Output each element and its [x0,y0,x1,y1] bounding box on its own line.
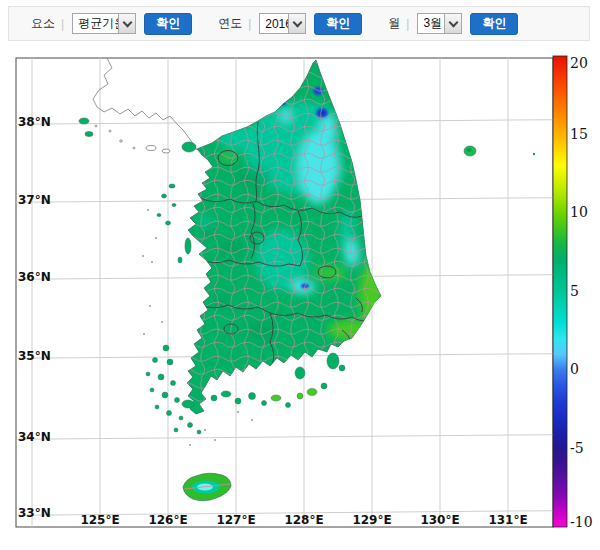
filter-toolbar: 요소 | 평균기온 확인 연도 | 2016 확인 월 | 3월 확인 [8,6,590,41]
lon-label: 129°E [352,513,391,527]
month-select[interactable]: 3월 [417,13,462,34]
year-label: 연도 [218,15,242,32]
chevron-down-icon [122,18,132,28]
month-label: 월 [388,15,400,32]
element-select-arrow[interactable] [118,14,135,33]
year-select-value: 2016 [260,17,288,31]
element-label: 요소 [31,15,55,32]
year-confirm-button[interactable]: 확인 [314,13,362,35]
lat-label: 37°N [18,193,51,207]
separator: | [406,17,409,31]
separator: | [61,17,64,31]
element-confirm-button[interactable]: 확인 [144,13,192,35]
lon-label: 131°E [488,513,527,527]
chevron-down-icon [448,18,458,28]
lat-label: 38°N [18,115,51,129]
map-panel: 38°N 37°N 36°N 35°N 34°N 33°N 125°E 126°… [0,0,600,550]
lat-label: 35°N [18,349,51,363]
lon-label: 126°E [148,513,187,527]
lon-label: 127°E [216,513,255,527]
year-select[interactable]: 2016 [259,13,306,34]
year-select-arrow[interactable] [288,14,305,33]
korea-temperature-map: 38°N 37°N 36°N 35°N 34°N 33°N 125°E 126°… [0,0,600,550]
lon-label: 125°E [80,513,119,527]
month-select-arrow[interactable] [444,14,461,33]
lat-label: 36°N [18,270,51,284]
month-select-value: 3월 [418,15,444,32]
lon-label: 128°E [284,513,323,527]
colorbar-gradient [553,56,567,527]
colorbar-tick: 5 [570,283,579,299]
lon-label: 130°E [420,513,459,527]
lat-label: 33°N [18,506,51,520]
colorbar-tick: 10 [570,204,588,220]
element-select-value: 평균기온 [73,15,118,32]
colorbar-tick: 20 [570,55,588,71]
chevron-down-icon [292,18,302,28]
colorbar-tick: 0 [570,361,579,377]
colorbar-tick: -5 [570,440,584,456]
separator: | [248,17,251,31]
element-select[interactable]: 평균기온 [72,13,136,34]
colorbar: 20 15 10 5 0 -5 -10 [553,55,593,530]
lat-label: 34°N [18,430,51,444]
colorbar-tick: 15 [570,126,588,142]
colorbar-tick: -10 [570,514,593,530]
month-confirm-button[interactable]: 확인 [470,13,518,35]
